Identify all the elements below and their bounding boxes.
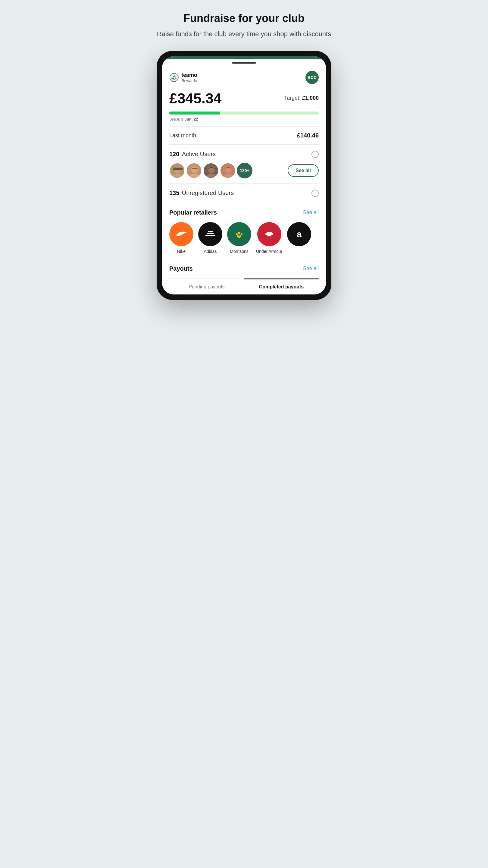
balance-section: £345.34 Target: £1,000 Since: 3 Jun, 22 xyxy=(162,88,326,126)
retailer-fifth[interactable]: a xyxy=(287,222,311,246)
retailers-see-all[interactable]: See all xyxy=(303,210,319,216)
morrisons-name: Morrisons xyxy=(230,249,248,254)
balance-target: Target: £1,000 xyxy=(284,90,319,101)
user-avatar-4 xyxy=(220,163,235,179)
active-users-count: 120 xyxy=(169,151,179,157)
user-avatar-button[interactable]: BCC xyxy=(305,71,319,84)
payouts-section: Payouts See all Pending payouts Complete… xyxy=(162,259,326,294)
retailers-title: Popular retailers xyxy=(169,209,217,216)
unregistered-label: Unregistered Users xyxy=(182,190,234,196)
target-value: £1,000 xyxy=(302,95,319,101)
underarmour-logo xyxy=(257,222,281,246)
users-count-area: 120 Active Users xyxy=(169,151,216,158)
users-header: 120 Active Users i xyxy=(169,151,319,158)
status-bar xyxy=(162,56,326,59)
progress-bar-fill xyxy=(169,112,220,115)
svg-rect-14 xyxy=(205,235,215,236)
logo-area: teamo Rewards xyxy=(169,72,197,83)
adidas-logo xyxy=(198,222,222,246)
page-title: Fundraise for your club xyxy=(157,12,331,25)
last-month-value: £140.46 xyxy=(297,132,319,139)
user-count-badge: 120+ xyxy=(237,163,253,179)
last-month-label: Last month xyxy=(169,132,196,138)
payouts-title: Payouts xyxy=(169,265,193,272)
unregistered-count-area: 135 Unregistered Users xyxy=(169,190,234,196)
unregistered-users-row: 135 Unregistered Users i xyxy=(162,184,326,203)
page-subtitle: Raise funds for the club every time you … xyxy=(157,30,331,39)
retailer-adidas[interactable]: Adidas xyxy=(198,222,222,254)
active-users-label: Active Users xyxy=(182,151,216,157)
payouts-see-all[interactable]: See all xyxy=(303,266,319,272)
target-label: Target: xyxy=(284,95,301,101)
svg-point-18 xyxy=(236,233,238,235)
underarmour-name: Under Armour xyxy=(256,249,282,254)
unregistered-count: 135 xyxy=(169,190,179,196)
pending-payouts-tab[interactable]: Pending payouts xyxy=(169,278,244,294)
notch-bar xyxy=(162,59,326,66)
user-avatar-3 xyxy=(203,163,219,179)
adidas-name: Adidas xyxy=(204,249,217,254)
nike-name: Nike xyxy=(177,249,186,254)
fifth-logo: a xyxy=(287,222,311,246)
logo-name: teamo xyxy=(181,72,197,79)
active-users-info-icon[interactable]: i xyxy=(312,151,319,158)
user-avatar-1 xyxy=(169,163,185,179)
payouts-header: Payouts See all xyxy=(169,265,319,272)
since-text: Since: 3 Jun, 22 xyxy=(169,117,319,121)
retailers-section: Popular retailers See all Nike xyxy=(162,203,326,259)
retailer-underarmour[interactable]: Under Armour xyxy=(256,222,282,254)
avatars-row: 120+ See all xyxy=(169,163,319,179)
see-all-users-button[interactable]: See all xyxy=(288,164,319,177)
unregistered-info-icon[interactable]: i xyxy=(312,190,319,197)
svg-point-17 xyxy=(238,232,240,234)
teamo-logo-icon xyxy=(169,73,179,82)
svg-rect-16 xyxy=(208,231,213,232)
balance-amount: £345.34 xyxy=(169,90,222,107)
nike-logo xyxy=(169,222,193,246)
avatar-initials: BCC xyxy=(307,75,317,80)
logo-sub: Rewards xyxy=(181,79,197,83)
user-avatar-2 xyxy=(186,163,202,179)
morrisons-logo xyxy=(227,222,251,246)
logo-text: teamo Rewards xyxy=(181,72,197,83)
payouts-tabs: Pending payouts Completed payouts xyxy=(169,278,319,294)
app-content: teamo Rewards BCC £345.34 Target: £1,000 xyxy=(162,66,326,294)
svg-point-6 xyxy=(191,166,198,173)
page-header: Fundraise for your club Raise funds for … xyxy=(151,12,337,39)
last-month-row: Last month £140.46 xyxy=(162,127,326,144)
retailer-nike[interactable]: Nike xyxy=(169,222,193,254)
svg-rect-15 xyxy=(207,233,214,234)
phone-screen: teamo Rewards BCC £345.34 Target: £1,000 xyxy=(162,56,326,294)
retailer-morrisons[interactable]: Morrisons xyxy=(227,222,251,254)
retailers-header: Popular retailers See all xyxy=(169,209,319,216)
phone-frame: teamo Rewards BCC £345.34 Target: £1,000 xyxy=(157,51,331,300)
progress-bar xyxy=(169,112,319,115)
retailers-row: Nike Adidas xyxy=(169,222,319,254)
svg-point-22 xyxy=(238,236,240,238)
svg-rect-4 xyxy=(173,167,183,170)
svg-point-0 xyxy=(170,73,178,82)
svg-point-19 xyxy=(241,233,242,235)
notch-pill xyxy=(232,62,256,64)
completed-payouts-tab[interactable]: Completed payouts xyxy=(244,278,319,294)
app-header: teamo Rewards BCC xyxy=(162,66,326,88)
active-users-section: 120 Active Users i xyxy=(162,145,326,183)
since-date: 3 Jun, 22 xyxy=(181,117,198,121)
